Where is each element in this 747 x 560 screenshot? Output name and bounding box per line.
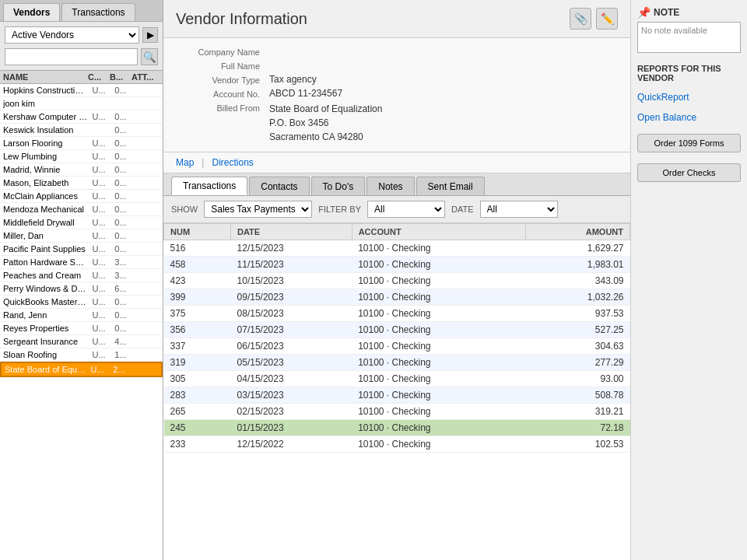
company-name-label: Company Name (176, 46, 269, 57)
table-row[interactable]: 305 04/15/2023 10100 · Checking 93.00 (164, 371, 630, 387)
table-row[interactable]: 399 09/15/2023 10100 · Checking 1,032.26 (164, 289, 630, 306)
vendor-list-item[interactable]: Reyes Properties U... 0... (0, 322, 163, 335)
account-no-label: Account No. (176, 88, 269, 99)
vendor-list-header: NAME C... B... ATT... (0, 70, 163, 84)
vendor-list-item[interactable]: joon kim (0, 97, 163, 110)
left-panel: Vendors Transactions Active Vendors ▶ 🔍 … (0, 0, 163, 560)
vendor-list-item[interactable]: Rand, Jenn U... 0... (0, 309, 163, 322)
vendor-type-value: Tax agency (269, 74, 618, 85)
table-row[interactable]: 337 06/15/2023 10100 · Checking 304.63 (164, 338, 630, 355)
vendor-list-item[interactable]: Middlefield Drywall U... 0... (0, 216, 163, 229)
order-checks-btn[interactable]: Order Checks (637, 163, 741, 182)
tab-vendors[interactable]: Vendors (3, 3, 60, 21)
vendor-list-item[interactable]: Sergeant Insurance U... 4... (0, 335, 163, 348)
vendor-list-item[interactable]: Larson Flooring U... 0... (0, 137, 163, 150)
vendor-tabs-bar: Vendors Transactions (0, 0, 163, 22)
col-c-header: C... (88, 72, 110, 82)
vendor-list-item[interactable]: Hopkins Construction Rentals U... 0... (0, 84, 163, 97)
trans-tab-transactions[interactable]: Transactions (171, 177, 247, 195)
table-row[interactable]: 265 02/15/2023 10100 · Checking 319.21 (164, 404, 630, 420)
table-row[interactable]: 283 03/15/2023 10100 · Checking 508.78 (164, 387, 630, 404)
table-row[interactable]: 458 11/15/2023 10100 · Checking 1,983.01 (164, 257, 630, 273)
vendor-info-title: Vendor Information (176, 10, 307, 28)
vendor-list-item[interactable]: Patton Hardware Supplies U... 3... (0, 256, 163, 269)
billed-from-label: Billed From (176, 102, 269, 144)
vendor-filter-arrow[interactable]: ▶ (142, 27, 158, 43)
pin-icon: 📌 (637, 6, 651, 19)
vendor-list-item[interactable]: Peaches and Cream U... 3... (0, 269, 163, 282)
quick-report-link[interactable]: QuickReport (637, 92, 741, 103)
note-box: No note available (637, 22, 741, 53)
table-row[interactable]: 356 07/15/2023 10100 · Checking 527.25 (164, 322, 630, 338)
vendor-info-header: Vendor Information 📎 ✏️ (163, 0, 630, 38)
table-row[interactable]: 319 05/15/2023 10100 · Checking 277.29 (164, 355, 630, 371)
order-1099-btn[interactable]: Order 1099 Forms (637, 134, 741, 152)
vendor-list-item[interactable]: Mendoza Mechanical U... 0... (0, 203, 163, 216)
note-title: NOTE (654, 7, 679, 18)
vendor-list-item[interactable]: Pacific Paint Supplies U... 0... (0, 243, 163, 256)
filter-by-label: FILTER BY (318, 205, 361, 214)
show-select[interactable]: Sales Tax Payments (204, 201, 312, 218)
right-panel: Vendor Information 📎 ✏️ Company Name Ful… (163, 0, 747, 560)
filter-by-select[interactable]: All (367, 201, 445, 218)
trans-tab-notes[interactable]: Notes (366, 177, 414, 195)
show-label: SHOW (171, 205, 198, 214)
account-no-value: ABCD 11-234567 (269, 88, 618, 99)
vendor-list-item[interactable]: Mason, Elizabeth U... 0... (0, 177, 163, 190)
search-button[interactable]: 🔍 (141, 48, 158, 65)
tab-transactions[interactable]: Transactions (61, 3, 135, 21)
vendor-list-item[interactable]: QuickBooks MasterCard U... 0... (0, 296, 163, 309)
vendor-list: Hopkins Construction Rentals U... 0... j… (0, 84, 163, 560)
full-name-label: Full Name (176, 60, 269, 71)
date-select[interactable]: All (480, 201, 558, 218)
table-row[interactable]: 375 08/15/2023 10100 · Checking 937.53 (164, 306, 630, 322)
attach-icon-btn[interactable]: 📎 (570, 8, 591, 30)
vendor-details: Company Name Full Name Vendor Type Tax a… (163, 38, 630, 152)
search-row: 🔍 (0, 48, 163, 70)
table-row[interactable]: 233 12/15/2022 10100 · Checking 102.53 (164, 436, 630, 453)
vendor-list-item[interactable]: Perry Windows & Doors U... 6... (0, 282, 163, 296)
search-input[interactable] (5, 48, 138, 65)
vendor-list-item[interactable]: Lew Plumbing U... 0... (0, 150, 163, 163)
show-filter-row: SHOW Sales Tax Payments FILTER BY All DA… (163, 196, 630, 223)
full-name-value (269, 60, 618, 71)
trans-tab-contacts[interactable]: Contacts (249, 177, 309, 195)
note-header: 📌 NOTE (637, 6, 741, 19)
col-account: ACCOUNT (352, 224, 526, 240)
vendor-filter-row: Active Vendors ▶ (0, 22, 163, 48)
table-row[interactable]: 245 01/15/2023 10100 · Checking 72.18 (164, 420, 630, 436)
col-att-header: ATT... (132, 72, 160, 82)
vendor-filter-select[interactable]: Active Vendors (5, 26, 139, 44)
col-b-header: B... (110, 72, 132, 82)
edit-icon-btn[interactable]: ✏️ (596, 8, 618, 30)
company-name-value (269, 46, 618, 57)
note-section: 📌 NOTE No note available (637, 6, 741, 53)
table-row[interactable]: 423 10/15/2023 10100 · Checking 343.09 (164, 273, 630, 289)
transaction-tabs: TransactionsContactsTo Do'sNotesSent Ema… (163, 173, 630, 196)
col-amount: AMOUNT (526, 224, 630, 240)
vendor-list-item[interactable]: Sloan Roofing U... 1... (0, 348, 163, 362)
col-num: NUM (164, 224, 231, 240)
header-icons: 📎 ✏️ (570, 8, 618, 30)
col-name-header: NAME (3, 72, 88, 82)
col-date: DATE (231, 224, 352, 240)
vendor-list-item[interactable]: Keswick Insulation 0... (0, 124, 163, 137)
map-link[interactable]: Map (176, 157, 194, 168)
transaction-table-wrap: NUM DATE ACCOUNT AMOUNT 516 12/15/2023 1… (163, 223, 630, 560)
open-balance-link[interactable]: Open Balance (637, 112, 741, 123)
vendor-list-item[interactable]: State Board of Equalizatio... U... 2... (0, 362, 163, 377)
reports-label: REPORTS FOR THIS VENDOR (637, 64, 741, 82)
trans-tab-sent-email[interactable]: Sent Email (416, 177, 485, 195)
vendor-list-item[interactable]: Kershaw Computer Services U... 0... (0, 110, 163, 124)
date-label: DATE (451, 205, 474, 214)
table-row[interactable]: 516 12/15/2023 10100 · Checking 1,629.27 (164, 240, 630, 257)
vendor-list-item[interactable]: Miller, Dan U... 0... (0, 229, 163, 243)
vendor-list-item[interactable]: McClain Appliances U... 0... (0, 190, 163, 203)
trans-tab-to-do's[interactable]: To Do's (311, 177, 366, 195)
billed-from-value: State Board of EqualizationP.O. Box 3456… (269, 102, 618, 144)
vendor-list-item[interactable]: Madrid, Winnie U... 0... (0, 163, 163, 177)
right-sidebar: 📌 NOTE No note available REPORTS FOR THI… (630, 0, 747, 560)
directions-link[interactable]: Directions (212, 157, 253, 168)
transaction-table: NUM DATE ACCOUNT AMOUNT 516 12/15/2023 1… (163, 223, 630, 453)
main-content: Vendor Information 📎 ✏️ Company Name Ful… (163, 0, 630, 560)
